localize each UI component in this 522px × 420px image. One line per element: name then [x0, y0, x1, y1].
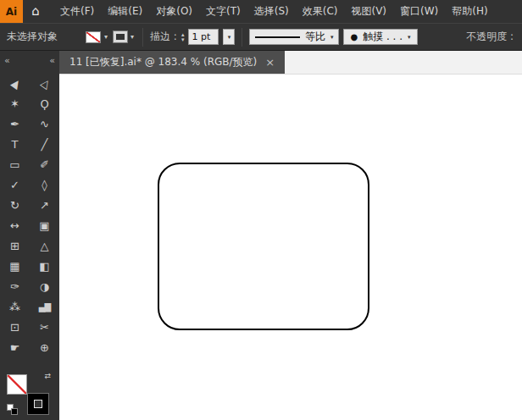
eyedropper-tool[interactable]: ✑ [5, 276, 25, 296]
slice-tool[interactable]: ✂ [35, 317, 55, 337]
default-fill-stroke-icon[interactable] [7, 404, 18, 415]
artboard-tool[interactable]: ⊡ [5, 317, 25, 337]
direct-selection-tool-icon: ▷ [36, 76, 52, 91]
document-tab-bar: 11 [已恢复].ai* @ 183.4 % (RGB/预览) × [59, 51, 522, 75]
stroke-weight-stepper[interactable]: ▴ ▾ [181, 32, 185, 42]
stroke-color-control[interactable]: ▾ [114, 31, 136, 42]
line-segment-icon: ╱ [42, 138, 48, 151]
blend-tool[interactable]: ◑ [35, 276, 55, 296]
gradient-tool[interactable]: ◧ [35, 256, 55, 276]
rectangle-tool[interactable]: ▭ [5, 154, 25, 174]
uniform-profile-line-icon [255, 36, 299, 38]
workspace: 11 [已恢复].ai* @ 183.4 % (RGB/预览) × [59, 51, 522, 420]
free-transform-tool[interactable]: ▣ [35, 215, 55, 235]
width-profile-label: 等比 [305, 30, 325, 44]
collapse-toolbar-icon[interactable]: « [49, 55, 55, 66]
perspective-grid-icon: △ [41, 240, 49, 252]
brush-dot-icon: ● [350, 33, 358, 41]
eyedropper-icon: ✑ [10, 280, 19, 293]
lasso-tool[interactable]: Ϙ [35, 93, 55, 113]
rotate-icon: ↻ [10, 199, 19, 212]
shaper-icon: ✓ [10, 179, 19, 191]
fill-none-swatch-icon[interactable] [86, 31, 101, 43]
slice-icon: ✂ [40, 321, 49, 334]
rectangle-icon: ▭ [9, 158, 19, 171]
artboard-icon: ⊡ [10, 321, 19, 334]
tools-panel-header: « « [0, 51, 59, 69]
perspective-grid-tool[interactable]: △ [35, 235, 55, 256]
chevron-down-icon: ▾ [228, 34, 231, 41]
stroke-proxy-hole [34, 400, 42, 408]
illustrator-app-window: Ai ⌂ 文件(F) 编辑(E) 对象(O) 文字(T) 选择(S) 效果(C)… [0, 0, 522, 420]
paintbrush-tool[interactable]: ✐ [35, 154, 55, 174]
tools-panel: « « ▶ ▷ ✶ Ϙ ✒ ∿ T ╱ ▭ ✐ ✓ ◊ ↻ ↗ ↔ ▣ ⊞ [0, 51, 59, 420]
eraser-tool[interactable]: ◊ [35, 174, 55, 195]
direct-selection-tool[interactable]: ▷ [35, 73, 55, 93]
tools-grid: ▶ ▷ ✶ Ϙ ✒ ∿ T ╱ ▭ ✐ ✓ ◊ ↻ ↗ ↔ ▣ ⊞ △ ▦ ◧ [0, 73, 59, 357]
shape-builder-tool[interactable]: ⊞ [5, 235, 25, 256]
curvature-tool[interactable]: ∿ [35, 113, 55, 134]
rotate-tool[interactable]: ↻ [5, 195, 25, 215]
scale-tool[interactable]: ↗ [35, 195, 55, 215]
close-icon[interactable]: × [265, 56, 275, 69]
free-transform-icon: ▣ [39, 219, 49, 232]
control-bar: 未选择对象 ▾ ▾ 描边 : ▴ ▾ ▾ 等比 ▾ ● 触摸 . [0, 23, 522, 51]
width-profile-dropdown[interactable]: 等比 ▾ [249, 29, 339, 45]
menu-select[interactable]: 选择(S) [247, 0, 296, 23]
stroke-proxy-swatch[interactable] [27, 393, 49, 415]
pen-tool[interactable]: ✒ [5, 113, 25, 134]
shape-builder-icon: ⊞ [10, 240, 19, 252]
hand-icon: ☛ [10, 341, 20, 354]
menu-edit[interactable]: 编辑(E) [101, 0, 149, 23]
fill-proxy-swatch[interactable] [7, 374, 27, 395]
swap-fill-stroke-icon[interactable]: ⇄ [44, 373, 51, 380]
fill-color-control[interactable]: ▾ [86, 31, 109, 43]
column-graph-tool[interactable]: ▄▇ [35, 296, 55, 317]
chevron-down-icon: ▾ [408, 34, 411, 41]
pen-icon: ✒ [10, 118, 19, 130]
stroke-color-swatch-icon[interactable] [114, 31, 127, 42]
menu-effect[interactable]: 效果(C) [296, 0, 345, 23]
type-icon: T [12, 138, 19, 151]
menu-object[interactable]: 对象(O) [149, 0, 199, 23]
zoom-tool[interactable]: ⊕ [35, 337, 55, 357]
stepper-down-icon[interactable]: ▾ [181, 37, 185, 42]
mesh-tool[interactable]: ▦ [5, 256, 25, 276]
illustrator-logo[interactable]: Ai [0, 0, 23, 23]
gradient-icon: ◧ [39, 260, 49, 273]
selection-tool[interactable]: ▶ [5, 73, 25, 93]
document-tab[interactable]: 11 [已恢复].ai* @ 183.4 % (RGB/预览) × [59, 51, 285, 74]
line-segment-tool[interactable]: ╱ [35, 134, 55, 154]
magic-wand-tool[interactable]: ✶ [5, 93, 25, 113]
menu-file[interactable]: 文件(F) [53, 0, 101, 23]
stroke-weight-dropdown[interactable]: ▾ [223, 29, 235, 45]
stroke-dropdown-chevron-icon[interactable]: ▾ [129, 33, 136, 41]
symbol-sprayer-tool[interactable]: ⁂ [5, 296, 25, 317]
shaper-tool[interactable]: ✓ [5, 174, 25, 195]
default-stroke-icon [11, 408, 18, 415]
blend-icon: ◑ [40, 280, 49, 293]
stroke-weight-field[interactable] [188, 29, 219, 45]
width-tool[interactable]: ↔ [5, 215, 25, 235]
lasso-icon: Ϙ [40, 97, 48, 110]
collapse-dock-icon[interactable]: « [4, 55, 10, 66]
scale-icon: ↗ [40, 199, 49, 212]
brush-definition-dropdown[interactable]: ● 触摸 . . . ▾ [343, 29, 417, 45]
artboard-canvas[interactable] [59, 75, 522, 420]
menu-window[interactable]: 窗口(W) [393, 0, 445, 23]
home-icon[interactable]: ⌂ [23, 0, 48, 23]
column-graph-icon: ▄▇ [39, 302, 50, 312]
chevron-down-icon: ▾ [330, 34, 334, 41]
hand-tool[interactable]: ☛ [5, 337, 25, 357]
stroke-weight-input[interactable] [189, 30, 218, 44]
rounded-rectangle-shape[interactable] [158, 163, 369, 330]
eraser-icon: ◊ [42, 179, 47, 191]
main-area: « « ▶ ▷ ✶ Ϙ ✒ ∿ T ╱ ▭ ✐ ✓ ◊ ↻ ↗ ↔ ▣ ⊞ [0, 51, 522, 420]
menu-type[interactable]: 文字(T) [199, 0, 247, 23]
fill-dropdown-chevron-icon[interactable]: ▾ [103, 33, 109, 41]
curvature-icon: ∿ [40, 118, 49, 130]
mesh-icon: ▦ [9, 260, 19, 273]
menu-help[interactable]: 帮助(H) [445, 0, 494, 23]
menu-view[interactable]: 视图(V) [344, 0, 393, 23]
type-tool[interactable]: T [5, 134, 25, 154]
